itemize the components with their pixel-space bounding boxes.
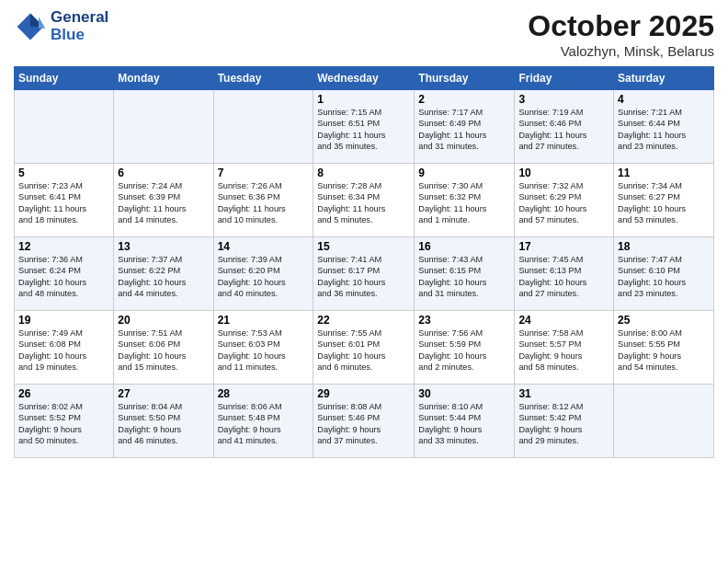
calendar-week-row: 1Sunrise: 7:15 AM Sunset: 6:51 PM Daylig… — [15, 90, 714, 164]
weekday-header: Thursday — [415, 67, 515, 90]
calendar-cell: 3Sunrise: 7:19 AM Sunset: 6:46 PM Daylig… — [515, 90, 614, 164]
day-number: 10 — [518, 167, 609, 179]
logo-text: General Blue — [51, 9, 108, 43]
month-title: October 2025 — [528, 9, 714, 43]
calendar-cell: 11Sunrise: 7:34 AM Sunset: 6:27 PM Dayli… — [614, 164, 714, 237]
calendar-cell: 9Sunrise: 7:30 AM Sunset: 6:32 PM Daylig… — [415, 164, 515, 237]
day-info: Sunrise: 7:30 AM Sunset: 6:32 PM Dayligh… — [418, 180, 510, 226]
day-info: Sunrise: 7:56 AM Sunset: 5:59 PM Dayligh… — [418, 327, 510, 373]
day-number: 3 — [518, 93, 609, 106]
day-number: 8 — [317, 167, 410, 179]
calendar-cell: 4Sunrise: 7:21 AM Sunset: 6:44 PM Daylig… — [614, 90, 714, 164]
day-number: 27 — [118, 387, 209, 400]
day-info: Sunrise: 7:43 AM Sunset: 6:15 PM Dayligh… — [418, 254, 510, 300]
day-info: Sunrise: 7:17 AM Sunset: 6:49 PM Dayligh… — [418, 107, 510, 153]
calendar-cell: 23Sunrise: 7:56 AM Sunset: 5:59 PM Dayli… — [415, 311, 515, 385]
day-number: 18 — [618, 240, 710, 253]
calendar-cell: 31Sunrise: 8:12 AM Sunset: 5:42 PM Dayli… — [515, 385, 614, 458]
day-number: 6 — [118, 167, 209, 179]
weekday-header: Friday — [515, 67, 614, 90]
calendar-cell: 17Sunrise: 7:45 AM Sunset: 6:13 PM Dayli… — [515, 237, 614, 311]
calendar-week-row: 19Sunrise: 7:49 AM Sunset: 6:08 PM Dayli… — [15, 311, 714, 385]
calendar-cell: 12Sunrise: 7:36 AM Sunset: 6:24 PM Dayli… — [15, 237, 114, 311]
calendar-cell — [15, 90, 114, 164]
location: Valozhyn, Minsk, Belarus — [528, 43, 714, 59]
day-number: 14 — [218, 240, 310, 253]
day-info: Sunrise: 7:53 AM Sunset: 6:03 PM Dayligh… — [218, 327, 310, 373]
day-number: 11 — [618, 167, 710, 179]
day-info: Sunrise: 7:47 AM Sunset: 6:10 PM Dayligh… — [618, 254, 710, 300]
day-info: Sunrise: 8:08 AM Sunset: 5:46 PM Dayligh… — [317, 401, 410, 447]
header: General Blue October 2025 Valozhyn, Mins… — [14, 9, 714, 59]
day-info: Sunrise: 7:37 AM Sunset: 6:22 PM Dayligh… — [118, 254, 209, 300]
day-info: Sunrise: 8:10 AM Sunset: 5:44 PM Dayligh… — [418, 401, 510, 447]
calendar-week-row: 26Sunrise: 8:02 AM Sunset: 5:52 PM Dayli… — [15, 385, 714, 458]
day-info: Sunrise: 7:51 AM Sunset: 6:06 PM Dayligh… — [118, 327, 209, 373]
weekday-header: Saturday — [614, 67, 714, 90]
weekday-header: Sunday — [15, 67, 114, 90]
day-number: 16 — [418, 240, 510, 253]
day-info: Sunrise: 8:00 AM Sunset: 5:55 PM Dayligh… — [618, 327, 710, 373]
day-number: 31 — [518, 387, 609, 400]
day-info: Sunrise: 7:55 AM Sunset: 6:01 PM Dayligh… — [317, 327, 410, 373]
day-number: 20 — [118, 314, 209, 327]
day-number: 22 — [317, 314, 410, 327]
calendar-cell — [213, 90, 313, 164]
calendar-cell: 1Sunrise: 7:15 AM Sunset: 6:51 PM Daylig… — [313, 90, 415, 164]
calendar-cell: 21Sunrise: 7:53 AM Sunset: 6:03 PM Dayli… — [213, 311, 313, 385]
day-info: Sunrise: 7:58 AM Sunset: 5:57 PM Dayligh… — [518, 327, 609, 373]
day-info: Sunrise: 7:15 AM Sunset: 6:51 PM Dayligh… — [317, 107, 410, 153]
calendar-cell: 15Sunrise: 7:41 AM Sunset: 6:17 PM Dayli… — [313, 237, 415, 311]
title-block: October 2025 Valozhyn, Minsk, Belarus — [528, 9, 714, 59]
calendar-table: SundayMondayTuesdayWednesdayThursdayFrid… — [14, 66, 714, 458]
calendar-cell: 8Sunrise: 7:28 AM Sunset: 6:34 PM Daylig… — [313, 164, 415, 237]
day-info: Sunrise: 7:39 AM Sunset: 6:20 PM Dayligh… — [218, 254, 310, 300]
calendar-cell: 13Sunrise: 7:37 AM Sunset: 6:22 PM Dayli… — [114, 237, 213, 311]
calendar-cell: 20Sunrise: 7:51 AM Sunset: 6:06 PM Dayli… — [114, 311, 213, 385]
day-number: 15 — [317, 240, 410, 253]
calendar-cell: 19Sunrise: 7:49 AM Sunset: 6:08 PM Dayli… — [15, 311, 114, 385]
day-number: 12 — [18, 240, 109, 253]
day-number: 2 — [418, 93, 510, 106]
calendar-cell: 10Sunrise: 7:32 AM Sunset: 6:29 PM Dayli… — [515, 164, 614, 237]
calendar-cell: 2Sunrise: 7:17 AM Sunset: 6:49 PM Daylig… — [415, 90, 515, 164]
day-number: 1 — [317, 93, 410, 106]
day-info: Sunrise: 8:04 AM Sunset: 5:50 PM Dayligh… — [118, 401, 209, 447]
day-info: Sunrise: 7:32 AM Sunset: 6:29 PM Dayligh… — [518, 180, 609, 226]
svg-marker-2 — [39, 17, 45, 29]
day-number: 29 — [317, 387, 410, 400]
calendar-cell: 14Sunrise: 7:39 AM Sunset: 6:20 PM Dayli… — [213, 237, 313, 311]
calendar-cell: 29Sunrise: 8:08 AM Sunset: 5:46 PM Dayli… — [313, 385, 415, 458]
calendar-cell: 25Sunrise: 8:00 AM Sunset: 5:55 PM Dayli… — [614, 311, 714, 385]
day-number: 26 — [18, 387, 109, 400]
day-info: Sunrise: 7:19 AM Sunset: 6:46 PM Dayligh… — [518, 107, 609, 153]
day-info: Sunrise: 7:23 AM Sunset: 6:41 PM Dayligh… — [18, 180, 109, 226]
day-info: Sunrise: 8:02 AM Sunset: 5:52 PM Dayligh… — [18, 401, 109, 447]
day-number: 4 — [618, 93, 710, 106]
calendar-cell: 24Sunrise: 7:58 AM Sunset: 5:57 PM Dayli… — [515, 311, 614, 385]
header-row: SundayMondayTuesdayWednesdayThursdayFrid… — [15, 67, 714, 90]
day-info: Sunrise: 7:49 AM Sunset: 6:08 PM Dayligh… — [18, 327, 109, 373]
day-info: Sunrise: 7:36 AM Sunset: 6:24 PM Dayligh… — [18, 254, 109, 300]
page: General Blue October 2025 Valozhyn, Mins… — [0, 0, 728, 563]
calendar-cell: 7Sunrise: 7:26 AM Sunset: 6:36 PM Daylig… — [213, 164, 313, 237]
weekday-header: Monday — [114, 67, 213, 90]
day-info: Sunrise: 7:24 AM Sunset: 6:39 PM Dayligh… — [118, 180, 209, 226]
day-info: Sunrise: 7:28 AM Sunset: 6:34 PM Dayligh… — [317, 180, 410, 226]
day-number: 13 — [118, 240, 209, 253]
calendar-week-row: 12Sunrise: 7:36 AM Sunset: 6:24 PM Dayli… — [15, 237, 714, 311]
day-number: 23 — [418, 314, 510, 327]
day-number: 5 — [18, 167, 109, 179]
calendar-cell: 26Sunrise: 8:02 AM Sunset: 5:52 PM Dayli… — [15, 385, 114, 458]
day-number: 17 — [518, 240, 609, 253]
weekday-header: Wednesday — [313, 67, 415, 90]
day-info: Sunrise: 8:06 AM Sunset: 5:48 PM Dayligh… — [218, 401, 310, 447]
day-number: 25 — [618, 314, 710, 327]
calendar-cell — [614, 385, 714, 458]
calendar-cell: 28Sunrise: 8:06 AM Sunset: 5:48 PM Dayli… — [213, 385, 313, 458]
calendar-week-row: 5Sunrise: 7:23 AM Sunset: 6:41 PM Daylig… — [15, 164, 714, 237]
calendar-cell: 30Sunrise: 8:10 AM Sunset: 5:44 PM Dayli… — [415, 385, 515, 458]
day-info: Sunrise: 7:26 AM Sunset: 6:36 PM Dayligh… — [218, 180, 310, 226]
calendar-cell: 22Sunrise: 7:55 AM Sunset: 6:01 PM Dayli… — [313, 311, 415, 385]
day-number: 24 — [518, 314, 609, 327]
